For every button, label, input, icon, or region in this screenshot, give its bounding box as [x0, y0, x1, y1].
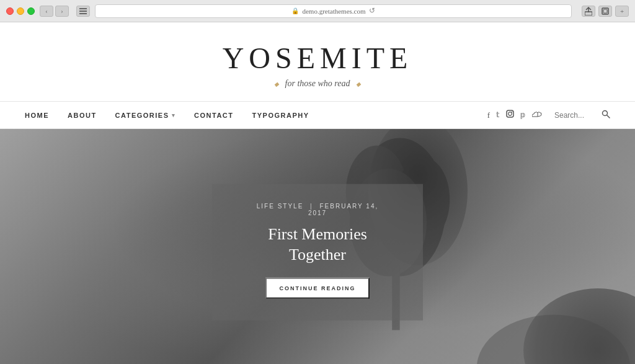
browser-chrome: ‹ › 🔒 demo.gretathemes.com ↺ +	[0, 0, 635, 22]
search-icon[interactable]	[602, 110, 610, 121]
svg-point-16	[477, 315, 631, 364]
hero-section: LIFE STYLE | February 14, 2017 First Mem…	[0, 129, 635, 364]
svg-rect-2	[79, 13, 87, 14]
hero-date: February 14, 2017	[308, 202, 378, 216]
svg-line-10	[607, 115, 610, 118]
browser-actions: +	[582, 6, 629, 17]
nav-item-home[interactable]: HOME	[25, 112, 49, 119]
continue-reading-button[interactable]: CONTINUE READING	[265, 278, 369, 299]
lock-icon: 🔒	[291, 7, 299, 14]
nav-item-contact[interactable]: CONTACT	[194, 112, 233, 119]
svg-rect-0	[79, 8, 87, 9]
nav-social: f 𝕥 𝕡	[487, 110, 542, 120]
hero-overlay-box: LIFE STYLE | February 14, 2017 First Mem…	[212, 184, 423, 321]
hero-title[interactable]: First Memories Together	[249, 223, 386, 265]
categories-chevron-icon: ▾	[172, 112, 176, 118]
address-bar[interactable]: 🔒 demo.gretathemes.com ↺	[95, 4, 572, 18]
nav-item-typography[interactable]: TYPOGRAPHY	[252, 112, 309, 119]
svg-rect-6	[507, 110, 513, 117]
search-input[interactable]	[554, 111, 598, 120]
nav-search	[554, 110, 610, 121]
url-text: demo.gretathemes.com	[302, 7, 365, 15]
browser-nav-buttons: ‹ ›	[40, 6, 69, 17]
sidebar-button[interactable]	[76, 6, 90, 17]
reading-list-button[interactable]	[598, 6, 612, 17]
site-title[interactable]: YOSEMITE	[0, 41, 635, 75]
back-button[interactable]: ‹	[40, 6, 53, 17]
new-tab-button[interactable]: +	[615, 6, 629, 17]
svg-rect-5	[603, 9, 607, 13]
site-tagline: ◆ for those who read ◆	[0, 79, 635, 89]
facebook-icon[interactable]: f	[487, 110, 490, 120]
diamond-left: ◆	[274, 81, 279, 87]
twitter-icon[interactable]: 𝕥	[496, 110, 500, 120]
website: YOSEMITE ◆ for those who read ◆ HOME ABO…	[0, 22, 635, 364]
svg-point-7	[508, 112, 512, 116]
traffic-lights	[6, 7, 35, 15]
tagline-text: for those who read	[285, 79, 350, 89]
nav-menu: HOME ABOUT CATEGORIES ▾ CONTACT TYPOGRAP…	[25, 112, 487, 119]
diamond-right: ◆	[356, 81, 361, 87]
instagram-icon[interactable]	[506, 110, 514, 120]
fullscreen-button[interactable]	[27, 7, 35, 15]
soundcloud-icon[interactable]	[532, 110, 542, 120]
site-nav: HOME ABOUT CATEGORIES ▾ CONTACT TYPOGRAP…	[0, 102, 635, 129]
svg-rect-1	[79, 11, 87, 12]
minimize-button[interactable]	[17, 7, 24, 15]
svg-point-8	[512, 112, 513, 113]
hero-category: LIFE STYLE | February 14, 2017	[249, 202, 386, 216]
site-header: YOSEMITE ◆ for those who read ◆	[0, 22, 635, 102]
nav-item-about[interactable]: ABOUT	[68, 112, 97, 119]
share-button[interactable]	[582, 6, 595, 17]
nav-item-categories[interactable]: CATEGORIES ▾	[115, 112, 175, 119]
pinterest-icon[interactable]: 𝕡	[520, 110, 526, 120]
forward-button[interactable]: ›	[55, 6, 69, 17]
reload-icon[interactable]: ↺	[369, 6, 375, 16]
close-button[interactable]	[6, 7, 14, 15]
